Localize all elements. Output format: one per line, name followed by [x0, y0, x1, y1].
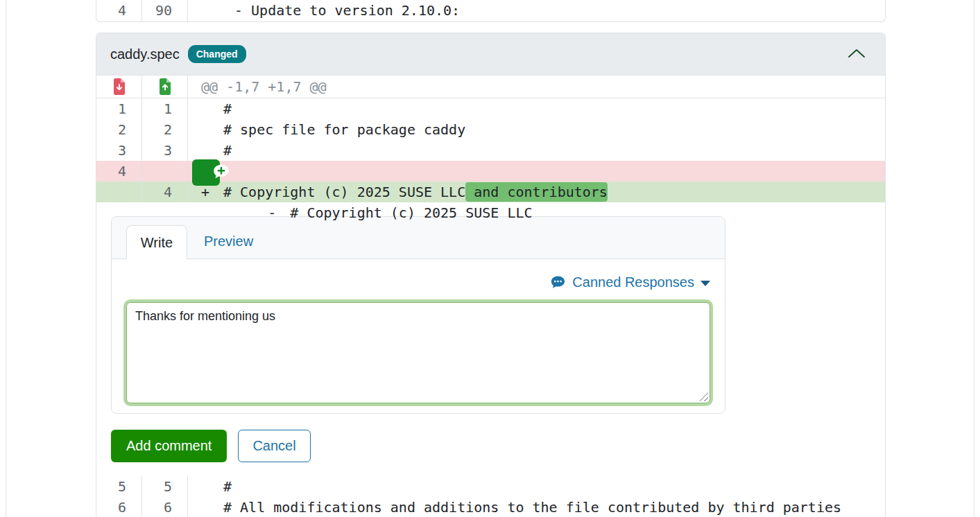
- code-text: # Copyright (c) 2025 SUSE LLC: [223, 184, 465, 200]
- code-text: # All modifications and additions to the…: [223, 499, 841, 516]
- canned-responses-dropdown[interactable]: Canned Responses: [126, 273, 710, 291]
- speech-bubble-icon: [550, 274, 566, 290]
- new-line-number: 90: [142, 0, 188, 21]
- code-text: - Update to version 2.10.0:: [223, 2, 460, 19]
- code-text: #: [223, 478, 232, 495]
- add-line-comment-button[interactable]: [192, 159, 220, 186]
- old-line-number: 4: [96, 161, 142, 182]
- old-line-number: 6: [96, 497, 142, 517]
- diff-line-removed: 4 -# Copyright (c) 2025 SUSE LLC: [96, 161, 885, 182]
- file-header: caddy.spec Changed: [96, 33, 885, 76]
- tab-write[interactable]: Write: [126, 225, 187, 259]
- code-text: # Copyright (c) 2025 SUSE LLC: [290, 204, 532, 221]
- diff-line: 5 5 #: [96, 476, 885, 497]
- cancel-button[interactable]: Cancel: [238, 430, 310, 462]
- diff-hunk-header: @@ -1,7 +1,7 @@: [96, 76, 885, 98]
- removed-file-icon[interactable]: [96, 76, 142, 98]
- caret-down-icon: [700, 281, 710, 286]
- diff-line: 6 6 # All modifications and additions to…: [96, 497, 885, 517]
- file-diff-card: caddy.spec Changed: [96, 33, 886, 517]
- comment-textarea[interactable]: Thanks for mentioning us: [126, 302, 710, 403]
- new-line-number: 2: [142, 119, 188, 140]
- page-container: 4 90 - Update to version 2.10.0: caddy.s…: [6, 0, 974, 517]
- diff-line: 1 1 #: [96, 98, 885, 119]
- old-line-number: 3: [96, 140, 142, 161]
- old-line-number: 4: [96, 0, 142, 21]
- chevron-up-icon: [848, 51, 866, 61]
- new-line-number: 1: [142, 98, 188, 119]
- add-comment-button[interactable]: Add comment: [111, 430, 227, 462]
- old-line-number: [96, 182, 142, 202]
- new-line-number: 5: [142, 476, 188, 497]
- comment-form-card: Write Preview Canned Responses: [111, 216, 725, 414]
- old-line-number: 2: [96, 119, 142, 140]
- changed-badge: Changed: [188, 45, 246, 64]
- hunk-range: @@ -1,7 +1,7 @@: [201, 78, 327, 95]
- code-text: # spec file for package caddy: [223, 121, 465, 138]
- canned-responses-label: Canned Responses: [572, 274, 694, 290]
- file-name: caddy.spec: [110, 46, 180, 62]
- code-text: #: [223, 100, 232, 117]
- word-diff-highlight: and contributors: [465, 182, 608, 202]
- new-line-number: 6: [142, 497, 188, 517]
- comment-plus-icon: [182, 152, 230, 193]
- previous-diff-row: 4 90 - Update to version 2.10.0:: [96, 0, 886, 22]
- diff-line: 2 2 # spec file for package caddy: [96, 119, 885, 140]
- collapse-file-button[interactable]: [848, 48, 866, 61]
- old-line-number: 1: [96, 98, 142, 119]
- old-line-number: 5: [96, 476, 142, 497]
- added-file-icon[interactable]: [142, 76, 188, 98]
